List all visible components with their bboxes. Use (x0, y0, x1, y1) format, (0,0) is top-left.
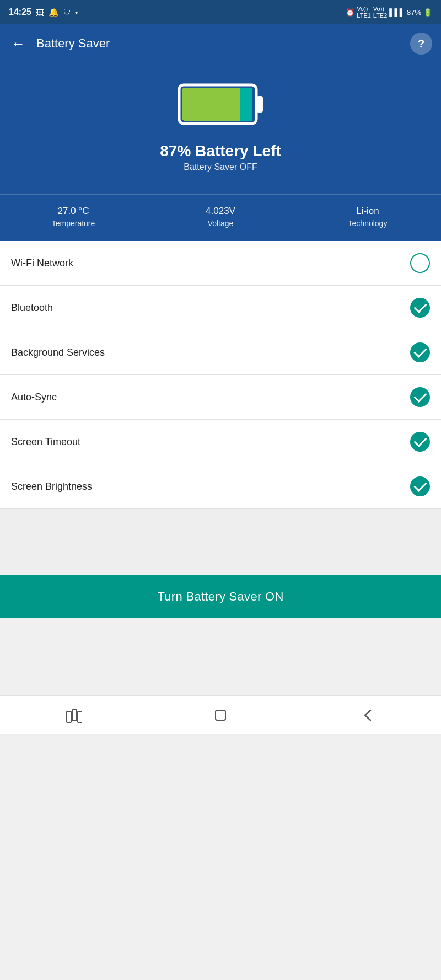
stat-voltage-label: Voltage (147, 219, 294, 228)
help-button[interactable]: ? (410, 33, 432, 55)
status-right: ⏰ Vo))LTE1 Vo))LTE2 ▌▌▌ 87% 🔋 (346, 6, 432, 19)
setting-bluetooth-label: Bluetooth (11, 302, 53, 314)
stats-row: 27.0 °C Temperature 4.023V Voltage Li-io… (0, 194, 441, 241)
setting-bluetooth-toggle[interactable] (410, 298, 430, 318)
hero-section: 87% Battery Left Battery Saver OFF (0, 63, 441, 194)
setting-bluetooth[interactable]: Bluetooth (0, 286, 441, 330)
svg-rect-1 (256, 96, 263, 113)
setting-auto-sync-toggle[interactable] (410, 387, 430, 407)
page-title: Battery Saver (36, 36, 401, 51)
status-bar: 14:25 🖼 🔔 🛡 • ⏰ Vo))LTE1 Vo))LTE2 ▌▌▌ 87… (0, 0, 441, 24)
battery-icon-status: 🔋 (423, 8, 432, 17)
home-button[interactable] (207, 701, 234, 729)
setting-background-services[interactable]: Background Services (0, 330, 441, 375)
setting-screen-timeout-toggle[interactable] (410, 432, 430, 452)
setting-screen-timeout-label: Screen Timeout (11, 436, 80, 448)
back-nav-icon (359, 707, 376, 724)
image-icon: 🖼 (36, 8, 44, 17)
stat-temperature-label: Temperature (0, 219, 147, 228)
battery-svg (176, 79, 265, 129)
bottom-fill (0, 618, 441, 695)
setting-wifi[interactable]: Wi-Fi Network (0, 241, 441, 286)
recent-apps-icon (65, 707, 82, 724)
home-icon (212, 707, 229, 724)
signal-lte1: Vo))LTE1 (357, 6, 370, 19)
setting-background-services-toggle[interactable] (410, 342, 430, 362)
signal-lte2: Vo))LTE2 (373, 6, 387, 19)
setting-background-services-label: Background Services (11, 347, 105, 358)
bell-icon: 🔔 (49, 7, 59, 17)
shield-icon: 🛡 (63, 8, 71, 17)
battery-percent: 87% (407, 8, 421, 17)
setting-wifi-toggle[interactable] (410, 253, 430, 273)
setting-screen-timeout[interactable]: Screen Timeout (0, 420, 441, 464)
battery-percent-label: 87% Battery Left (160, 142, 281, 160)
stat-technology-value: Li-ion (294, 206, 441, 217)
battery-info: 87% Battery Left Battery Saver OFF (160, 142, 281, 172)
setting-screen-brightness-toggle[interactable] (410, 476, 430, 496)
stat-technology-label: Technology (294, 219, 441, 228)
turn-battery-saver-on-button[interactable]: Turn Battery Saver ON (0, 575, 441, 618)
setting-screen-brightness[interactable]: Screen Brightness (0, 464, 441, 509)
setting-screen-brightness-label: Screen Brightness (11, 481, 92, 492)
stat-voltage-value: 4.023V (147, 206, 294, 217)
stat-voltage: 4.023V Voltage (147, 206, 294, 228)
svg-rect-6 (78, 711, 82, 722)
stat-temperature-value: 27.0 °C (0, 206, 147, 217)
setting-wifi-label: Wi-Fi Network (11, 258, 73, 269)
status-left: 14:25 🖼 🔔 🛡 • (9, 7, 78, 17)
setting-auto-sync-label: Auto-Sync (11, 392, 57, 403)
dot-icon: • (75, 8, 78, 17)
bottom-spacer (0, 509, 441, 575)
stat-temperature: 27.0 °C Temperature (0, 206, 147, 228)
svg-rect-5 (72, 710, 77, 721)
back-nav-button[interactable] (354, 701, 381, 729)
stat-technology: Li-ion Technology (294, 206, 441, 228)
setting-auto-sync[interactable]: Auto-Sync (0, 375, 441, 420)
battery-saver-status: Battery Saver OFF (160, 162, 281, 172)
svg-rect-3 (240, 88, 252, 121)
app-header: ← Battery Saver ? (0, 24, 441, 63)
recent-apps-button[interactable] (60, 701, 87, 729)
alarm-icon: ⏰ (346, 8, 354, 17)
status-time: 14:25 (9, 7, 31, 17)
back-button[interactable]: ← (9, 33, 28, 55)
settings-list: Wi-Fi Network Bluetooth Background Servi… (0, 241, 441, 509)
battery-icon-large (176, 79, 265, 131)
navigation-bar (0, 695, 441, 734)
svg-rect-7 (216, 710, 225, 720)
signal-bars: ▌▌▌ (389, 8, 405, 17)
svg-rect-4 (67, 711, 71, 722)
